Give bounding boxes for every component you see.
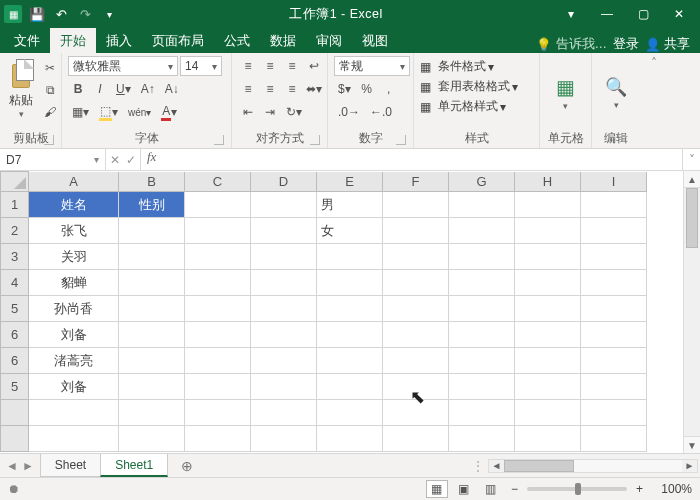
cell-B3[interactable] (119, 244, 185, 270)
cell-empty[interactable] (119, 400, 185, 426)
cell-empty[interactable] (581, 400, 647, 426)
col-header-G[interactable]: G (449, 172, 515, 192)
cell-B2[interactable] (119, 218, 185, 244)
cell-E1[interactable]: 男 (317, 192, 383, 218)
tab-data[interactable]: 数据 (260, 28, 306, 53)
cell-H4[interactable] (515, 270, 581, 296)
cell-F7[interactable] (383, 348, 449, 374)
zoom-out-button[interactable]: − (507, 482, 522, 496)
merge-button[interactable]: ⬌▾ (304, 79, 324, 99)
format-as-table-button[interactable]: ▦套用表格格式▾ (420, 78, 533, 95)
normal-view-icon[interactable]: ▦ (426, 480, 448, 498)
tell-me[interactable]: 💡 告诉我… (536, 36, 608, 53)
cell-B7[interactable] (119, 348, 185, 374)
col-header-H[interactable]: H (515, 172, 581, 192)
cell-I1[interactable] (581, 192, 647, 218)
scroll-down-icon[interactable]: ▼ (684, 436, 700, 453)
cell-A5[interactable]: 孙尚香 (29, 296, 119, 322)
cell-H1[interactable] (515, 192, 581, 218)
align-middle-icon[interactable]: ≡ (260, 56, 280, 76)
font-name-select[interactable]: 微软雅黑▾ (68, 56, 178, 76)
cell-E2[interactable]: 女 (317, 218, 383, 244)
cell-I4[interactable] (581, 270, 647, 296)
cell-empty[interactable] (251, 426, 317, 452)
cell-C3[interactable] (185, 244, 251, 270)
cell-G3[interactable] (449, 244, 515, 270)
cell-H7[interactable] (515, 348, 581, 374)
italic-button[interactable]: I (90, 79, 110, 99)
cell-B8[interactable] (119, 374, 185, 400)
cell-I3[interactable] (581, 244, 647, 270)
decrease-indent-icon[interactable]: ⇤ (238, 102, 258, 122)
format-painter-icon[interactable]: 🖌 (40, 102, 60, 122)
cell-D4[interactable] (251, 270, 317, 296)
page-break-view-icon[interactable]: ▥ (480, 480, 502, 498)
decrease-decimal-icon[interactable]: ←.0 (366, 102, 396, 122)
cell-C2[interactable] (185, 218, 251, 244)
cell-I6[interactable] (581, 322, 647, 348)
col-header-F[interactable]: F (383, 172, 449, 192)
cell-A1[interactable]: 姓名 (29, 192, 119, 218)
sheet-tab-0[interactable]: Sheet (40, 454, 101, 477)
cell-empty[interactable] (185, 426, 251, 452)
cell-D7[interactable] (251, 348, 317, 374)
scroll-right-icon[interactable]: ► (682, 460, 697, 472)
zoom-in-button[interactable]: + (632, 482, 647, 496)
cell-E8[interactable] (317, 374, 383, 400)
cancel-formula-icon[interactable]: ✕ (110, 153, 120, 167)
formula-input[interactable] (162, 149, 682, 170)
font-color-button[interactable]: A▾ (157, 102, 181, 122)
cell-empty[interactable] (317, 400, 383, 426)
fx-icon[interactable]: fx (141, 149, 162, 170)
collapse-ribbon-icon[interactable]: ˄ (651, 56, 657, 70)
increase-decimal-icon[interactable]: .0→ (334, 102, 364, 122)
cell-A2[interactable]: 张飞 (29, 218, 119, 244)
record-macro-icon[interactable]: ⏺ (8, 482, 20, 496)
enter-formula-icon[interactable]: ✓ (126, 153, 136, 167)
cell-empty[interactable] (581, 426, 647, 452)
sheet-nav-prev-icon[interactable]: ◄ (6, 459, 18, 473)
select-all-corner[interactable] (1, 172, 29, 192)
cell-A7[interactable]: 渚蒿亮 (29, 348, 119, 374)
zoom-level[interactable]: 100% (652, 482, 692, 496)
name-box[interactable]: D7▾ (0, 149, 106, 170)
number-launcher-icon[interactable] (396, 135, 406, 145)
border-button[interactable]: ▦▾ (68, 102, 93, 122)
col-header-D[interactable]: D (251, 172, 317, 192)
cell-E4[interactable] (317, 270, 383, 296)
cell-F4[interactable] (383, 270, 449, 296)
orientation-icon[interactable]: ↻▾ (282, 102, 306, 122)
cell-B4[interactable] (119, 270, 185, 296)
cell-G2[interactable] (449, 218, 515, 244)
cell-empty[interactable] (515, 426, 581, 452)
cell-F2[interactable] (383, 218, 449, 244)
cell-D2[interactable] (251, 218, 317, 244)
cell-G4[interactable] (449, 270, 515, 296)
cell-empty[interactable] (449, 400, 515, 426)
cell-F5[interactable] (383, 296, 449, 322)
cell-empty[interactable] (449, 426, 515, 452)
cell-empty[interactable] (29, 426, 119, 452)
wrap-text-icon[interactable]: ↩ (304, 56, 324, 76)
vertical-scrollbar[interactable]: ▲ ▼ (683, 171, 700, 453)
cell-B1[interactable]: 性别 (119, 192, 185, 218)
tab-file[interactable]: 文件 (4, 28, 50, 53)
tab-formulas[interactable]: 公式 (214, 28, 260, 53)
cell-G5[interactable] (449, 296, 515, 322)
cell-H5[interactable] (515, 296, 581, 322)
cell-E6[interactable] (317, 322, 383, 348)
font-launcher-icon[interactable] (214, 135, 224, 145)
currency-icon[interactable]: $▾ (334, 79, 355, 99)
row-header[interactable]: 5 (1, 374, 29, 400)
find-button[interactable]: 🔍 (605, 76, 627, 98)
increase-indent-icon[interactable]: ⇥ (260, 102, 280, 122)
sheet-tab-1[interactable]: Sheet1 (100, 454, 168, 477)
copy-icon[interactable]: ⧉ (40, 80, 60, 100)
phonetic-button[interactable]: wén▾ (124, 102, 155, 122)
cell-E3[interactable] (317, 244, 383, 270)
cell-C6[interactable] (185, 322, 251, 348)
clipboard-launcher-icon[interactable] (44, 135, 54, 145)
cell-D3[interactable] (251, 244, 317, 270)
qat-customize-icon[interactable]: ▾ (100, 5, 118, 23)
ribbon-display-icon[interactable]: ▾ (554, 3, 588, 25)
